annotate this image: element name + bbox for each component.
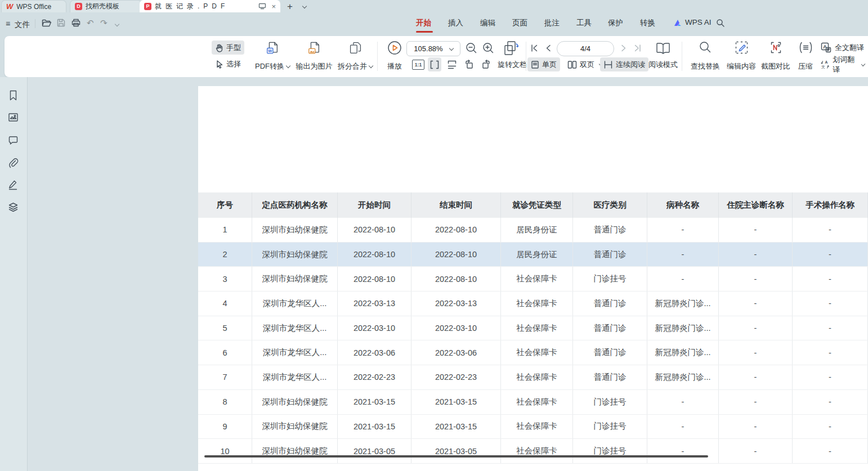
next-page-icon[interactable]	[620, 44, 627, 52]
close-tab-icon[interactable]: ×	[271, 3, 276, 10]
active-menu-underline	[416, 31, 433, 33]
table-cell: 门诊挂号	[573, 439, 647, 463]
bookmark-icon[interactable]	[7, 89, 19, 101]
screenshot-compare-button[interactable]: 截图对比	[758, 40, 793, 72]
fit-width-button[interactable]	[445, 57, 459, 71]
horizontal-scrollbar-line[interactable]	[204, 455, 708, 457]
tab-document-pdf[interactable]: P 就医记录.PDF ×	[140, 0, 280, 12]
layers-icon[interactable]	[7, 201, 19, 213]
table-cell: -	[647, 218, 719, 242]
single-page-label: 单页	[542, 60, 557, 70]
table-cell: 2021-03-15	[411, 390, 501, 414]
menu-item-page[interactable]: 页面	[512, 18, 527, 28]
table-cell: 2022-08-10	[411, 218, 501, 242]
table-row: 5深圳市龙华区人...2022-03-102022-03-10社会保障卡普通门诊…	[198, 316, 868, 341]
tab-wps-office[interactable]: W WPS Office	[1, 0, 66, 12]
page-indicator: 4/4	[580, 44, 590, 53]
hamburger-icon: ≡	[6, 19, 10, 28]
fit-page-button[interactable]	[428, 57, 441, 71]
export-image-button[interactable]: 输出为图片	[293, 40, 335, 72]
table-cell: 2021-03-15	[338, 390, 411, 414]
rotate-doc-icon[interactable]	[503, 41, 520, 56]
split-merge-button[interactable]: 拆分合并	[335, 40, 375, 72]
menu-item-comment[interactable]: 批注	[544, 18, 560, 28]
table-cell: 2022-08-10	[411, 243, 501, 267]
tab-list-chevron-icon[interactable]	[302, 4, 307, 8]
file-menu-button[interactable]: 文件	[15, 20, 30, 30]
table-cell: 深圳市妇幼保健院	[252, 415, 338, 439]
last-page-icon[interactable]	[634, 44, 642, 52]
table-cell: 普通门诊	[573, 291, 647, 316]
single-page-button[interactable]: 单页	[527, 57, 560, 71]
menu-item-protect[interactable]: 保护	[608, 18, 623, 28]
full-translate-button[interactable]: A 全文翻译	[817, 41, 867, 55]
menu-item-tools[interactable]: 工具	[576, 18, 592, 28]
find-replace-button[interactable]: 查找替换	[688, 40, 723, 72]
chevron-down-icon	[369, 64, 373, 68]
select-tool-button[interactable]: 选择	[212, 57, 244, 71]
thumbnail-icon[interactable]	[7, 111, 19, 123]
page-number-input[interactable]: 4/4	[557, 41, 614, 56]
menu-item-home[interactable]: 开始	[416, 18, 431, 28]
hand-tool-button[interactable]: 手型	[212, 41, 244, 55]
column-header: 序号	[198, 192, 252, 218]
full-translate-icon: A	[821, 42, 831, 53]
menu-item-edit[interactable]: 编辑	[480, 18, 495, 28]
read-mode-icon[interactable]	[655, 42, 671, 55]
play-button[interactable]: 播放	[381, 40, 409, 72]
undo-icon[interactable]: ↶	[87, 18, 94, 28]
table-cell: 2022-08-10	[338, 267, 411, 291]
save-icon[interactable]	[57, 19, 65, 27]
edit-content-button[interactable]: 编辑内容	[724, 40, 759, 72]
compress-icon	[799, 41, 813, 55]
screenshot-compare-icon	[769, 41, 783, 55]
new-tab-button[interactable]: +	[287, 2, 293, 11]
rotate-doc-label[interactable]: 旋转文档	[498, 60, 527, 70]
previous-page-icon[interactable]	[545, 44, 552, 52]
table-row: 2深圳市妇幼保健院2022-08-102022-08-10居民身份证普通门诊--…	[198, 243, 868, 267]
pdf-convert-button[interactable]: W PDF转换	[253, 40, 292, 72]
screen-mode-icon[interactable]	[258, 3, 266, 10]
table-cell: 普通门诊	[573, 218, 647, 242]
zoom-in-icon[interactable]	[482, 42, 495, 55]
menu-item-convert[interactable]: 转换	[640, 18, 655, 28]
tab-label: WPS Office	[16, 3, 51, 11]
wps-ai-menu-item[interactable]: WPS AI	[685, 18, 712, 26]
table-cell: -	[793, 390, 868, 414]
pdf-file-icon: P	[144, 3, 151, 10]
wps-ai-logo-icon	[673, 19, 682, 28]
table-cell: 2022-08-10	[338, 243, 411, 267]
zoom-out-icon[interactable]	[465, 42, 478, 55]
tab-docer-templates[interactable]: D 找稻壳模板	[70, 0, 142, 12]
continuous-read-button[interactable]: 连续阅读	[600, 57, 648, 71]
pdf-convert-icon: W	[265, 41, 280, 56]
read-mode-label[interactable]: 阅读模式	[648, 60, 678, 70]
rotate-left-icon	[464, 59, 475, 70]
redo-icon[interactable]: ↷	[100, 18, 108, 28]
table-cell: 新冠肺炎门诊...	[647, 316, 719, 340]
comment-icon[interactable]	[7, 134, 19, 146]
compress-button[interactable]: 压缩	[793, 40, 818, 72]
rotate-left-button[interactable]	[462, 57, 476, 71]
first-page-icon[interactable]	[530, 44, 538, 52]
menu-item-insert[interactable]: 插入	[448, 18, 463, 28]
signature-icon[interactable]	[7, 179, 19, 191]
actual-size-button[interactable]: 1:1	[411, 57, 426, 71]
pdf-page[interactable]: 序号定点医药机构名称开始时间结束时间就诊凭证类型医疗类别病种名称住院主诊断名称手…	[198, 86, 868, 471]
table-cell: 社会保障卡	[501, 316, 573, 340]
more-history-chevron-icon[interactable]	[115, 22, 119, 26]
column-header: 手术操作名称	[793, 192, 868, 218]
table-cell: 2021-03-15	[411, 415, 501, 439]
menu-search-icon[interactable]	[716, 19, 725, 28]
zoom-level-dropdown[interactable]: 105.88%	[406, 41, 460, 56]
column-header: 住院主诊断名称	[719, 192, 793, 218]
zoom-level-value: 105.88%	[414, 44, 442, 53]
print-icon[interactable]	[71, 19, 80, 27]
table-cell: -	[793, 415, 868, 439]
open-file-icon[interactable]	[42, 19, 51, 27]
select-tool-label: 选择	[226, 59, 241, 69]
word-translate-button[interactable]: A 文 划词翻译	[817, 57, 868, 71]
attachment-icon[interactable]	[7, 157, 19, 169]
rotate-right-button[interactable]	[479, 57, 493, 71]
column-header: 结束时间	[411, 192, 501, 218]
